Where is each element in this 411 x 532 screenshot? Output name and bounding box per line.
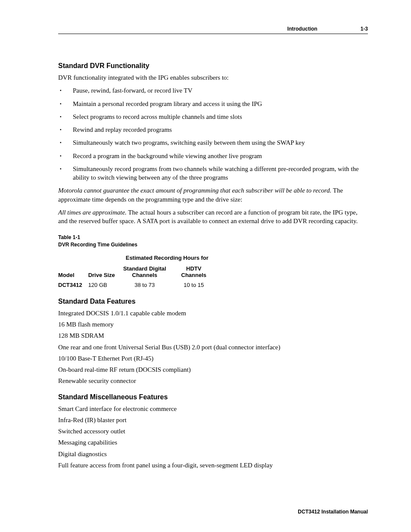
- list-item: Simultaneously watch two programs, switc…: [58, 138, 368, 147]
- table-number: Table 1-1: [58, 234, 368, 241]
- list-item: Integrated DOCSIS 1.0/1.1 capable cable …: [58, 309, 368, 317]
- col-model: Model: [58, 264, 88, 280]
- list-item: Pause, rewind, fast-forward, or record l…: [58, 86, 368, 95]
- list-item: Select programs to record across multipl…: [58, 112, 368, 121]
- list-item: Infra-Red (IR) blaster port: [58, 416, 368, 424]
- header-section: Introduction: [287, 26, 318, 32]
- list-item: Maintain a personal recorded program lib…: [58, 100, 368, 108]
- dvr-bullet-list: Pause, rewind, fast-forward, or record l…: [58, 86, 368, 182]
- list-item: Digital diagnostics: [58, 450, 368, 458]
- table-row: Model Drive Size Standard Digital Channe…: [58, 264, 219, 280]
- page-content: Introduction 1-3 Standard DVR Functional…: [0, 0, 411, 489]
- heading-dvr-functionality: Standard DVR Functionality: [58, 62, 368, 70]
- table-caption: Table 1-1 DVR Recording Time Guidelines: [58, 234, 368, 249]
- cell-hdtv: 10 to 15: [174, 280, 219, 290]
- heading-misc-features: Standard Miscellaneous Features: [58, 393, 368, 401]
- list-item: Record a program in the background while…: [58, 152, 368, 160]
- col-standard: Standard Digital Channels: [121, 264, 174, 280]
- note-emphasis: Motorola cannot guarantee the exact amou…: [58, 187, 331, 194]
- footer-manual-title: DCT3412 Installation Manual: [298, 509, 368, 515]
- list-item: One rear and one front Universal Serial …: [58, 343, 368, 352]
- list-item: Smart Card interface for electronic comm…: [58, 404, 368, 413]
- note-emphasis: All times are approximate.: [58, 209, 127, 216]
- page-header: Introduction 1-3: [58, 26, 368, 34]
- cell-drive: 120 GB: [88, 280, 121, 290]
- dvr-intro: DVR functionality integrated with the IP…: [58, 73, 368, 82]
- col-drive: Drive Size: [88, 264, 121, 280]
- dvr-note-1: Motorola cannot guarantee the exact amou…: [58, 186, 368, 204]
- list-item: Messaging capabilities: [58, 438, 368, 447]
- list-item: 10/100 Base-T Ethernet Port (RJ-45): [58, 354, 368, 363]
- list-item: Simultaneously record programs from two …: [58, 165, 368, 182]
- dvr-note-2: All times are approximate. The actual ho…: [58, 208, 368, 226]
- data-features-list: Integrated DOCSIS 1.0/1.1 capable cable …: [58, 309, 368, 386]
- list-item: 128 MB SDRAM: [58, 331, 368, 340]
- list-item: Switched accessory outlet: [58, 427, 368, 436]
- misc-features-list: Smart Card interface for electronic comm…: [58, 404, 368, 470]
- cell-model: DCT3412: [58, 280, 88, 290]
- table-row: DCT3412 120 GB 38 to 73 10 to 15: [58, 280, 219, 290]
- list-item: Rewind and replay recorded programs: [58, 125, 368, 134]
- list-item: Full feature access from front panel usi…: [58, 461, 368, 470]
- col-hdtv: HDTV Channels: [174, 264, 219, 280]
- list-item: 16 MB flash memory: [58, 320, 368, 329]
- table-title: DVR Recording Time Guidelines: [58, 241, 368, 249]
- heading-data-features: Standard Data Features: [58, 298, 368, 305]
- cell-standard: 38 to 73: [121, 280, 174, 290]
- header-page-number: 1-3: [361, 26, 368, 32]
- list-item: On-board real-time RF return (DOCSIS com…: [58, 365, 368, 374]
- table-row: Estimated Recording Hours for: [58, 253, 219, 264]
- list-item: Renewable security connector: [58, 376, 368, 385]
- recording-time-table: Estimated Recording Hours for Model Driv…: [58, 253, 219, 290]
- table-span-header: Estimated Recording Hours for: [121, 253, 219, 264]
